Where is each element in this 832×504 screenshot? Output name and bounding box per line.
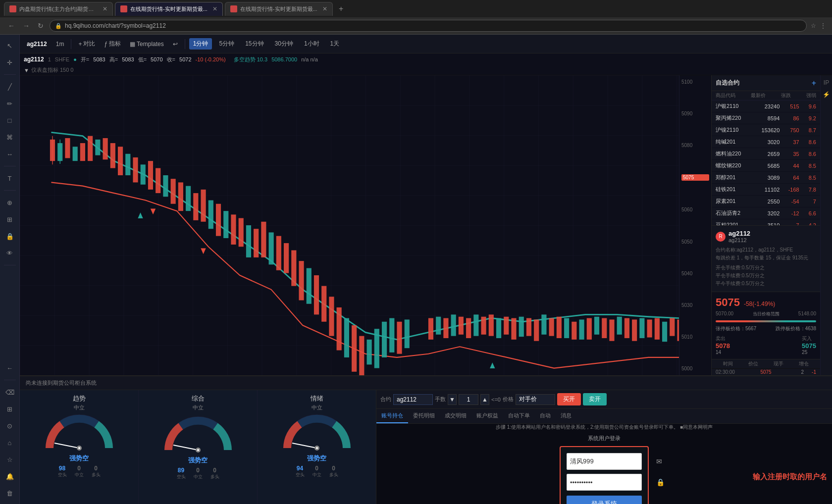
contract-header: R ag2112 ag2112 <box>716 230 816 243</box>
svg-rect-15 <box>133 157 138 183</box>
password-input[interactable] <box>570 479 653 486</box>
tab-2[interactable]: 在线期货行情-实时更新期货最... ✕ <box>115 2 223 16</box>
magnet-tool[interactable]: ⊕ <box>3 196 17 209</box>
tab-auto-order[interactable]: 自动下单 <box>503 409 535 423</box>
watchlist-item-3[interactable]: 纯碱201 3020 37 8.6 <box>712 136 820 148</box>
contract-icon: R <box>716 232 726 242</box>
side-icon-2[interactable]: ⚡ <box>823 91 830 98</box>
svg-rect-83 <box>662 322 667 342</box>
watchlist-item-1[interactable]: 聚丙烯220 8594 86 9.2 <box>712 112 820 124</box>
tab-messages[interactable]: 消息 <box>556 409 576 423</box>
username-input[interactable] <box>570 458 653 465</box>
forward-button[interactable]: → <box>21 21 32 31</box>
fib-tool[interactable]: ⌘ <box>3 130 17 144</box>
qty-up-button[interactable]: ▲ <box>480 394 489 405</box>
tab-account[interactable]: 账户权益 <box>471 409 503 423</box>
tf-5min[interactable]: 5分钟 <box>215 38 238 50</box>
bookmark-tool[interactable]: ☆ <box>3 453 17 466</box>
watchlist-item-0[interactable]: 沪银2110 23240 515 9.6 <box>712 101 820 112</box>
contract-input[interactable] <box>393 394 433 405</box>
rt-col-chg: 增仓 <box>791 360 816 367</box>
watchlist-item-7[interactable]: 硅铁201 11102 -168 7.8 <box>712 184 820 196</box>
gauge-comp-lbl-1: 中立 <box>194 474 203 480</box>
tab-orders[interactable]: 委托明细 <box>408 409 440 423</box>
low-value: 5070 <box>151 56 162 62</box>
menu-icon[interactable]: ⋮ <box>820 22 826 29</box>
gauge-comp-lbl-0: 空头 <box>177 474 186 480</box>
text-tool[interactable]: T <box>3 171 17 185</box>
tab-close-3[interactable]: ✕ <box>322 5 327 12</box>
home-tool[interactable]: ⌂ <box>3 436 17 450</box>
tab-auto[interactable]: 自动 <box>535 409 556 423</box>
tf-15min[interactable]: 15分钟 <box>241 38 267 50</box>
watchlist-item-2[interactable]: 沪镍2110 153620 750 8.7 <box>712 124 820 136</box>
qty-down-button[interactable]: ▼ <box>448 394 457 405</box>
open-value: 5083 <box>93 56 105 62</box>
tab-close-2[interactable]: ✕ <box>212 5 217 12</box>
arrow-back-tool[interactable]: ← <box>3 361 17 375</box>
trash-tool[interactable]: 🗑 <box>3 486 17 500</box>
measure-tool[interactable]: ↔ <box>3 147 17 161</box>
back-button[interactable]: ← <box>6 21 17 31</box>
refresh-button[interactable]: ↻ <box>36 21 46 31</box>
lock-drawings-tool[interactable]: 🔒 <box>3 229 17 243</box>
fee-3: 平今手续费:0.5/万分之 <box>716 280 816 288</box>
col-change: 张跌 <box>781 92 791 99</box>
undo-button[interactable]: ↩ <box>170 39 181 49</box>
bookmark-icon[interactable]: ☆ <box>811 22 816 29</box>
gauge-sentiment-label: 强势空 <box>307 454 326 463</box>
tab-close-1[interactable]: ✕ <box>103 5 107 12</box>
sell-open-button[interactable]: 卖开 <box>583 393 607 405</box>
svg-rect-39 <box>314 275 319 314</box>
tf-1day[interactable]: 1天 <box>326 38 344 50</box>
tab-trades[interactable]: 成交明细 <box>440 409 471 423</box>
tf-1hour[interactable]: 1小时 <box>300 38 323 50</box>
gauge-sentiment-stats: 94 空头 0 中立 0 多头 <box>296 465 338 478</box>
address-bar[interactable]: 🔒 hq.9qihuo.com/chart/?symbol=ag2112 <box>50 20 807 32</box>
indicator-toggle[interactable]: ▼ <box>24 67 29 73</box>
price-input[interactable] <box>516 394 555 405</box>
watchlist-item-8[interactable]: 尿素201 2550 -54 7 <box>712 196 820 207</box>
erase-tool[interactable]: ⌫ <box>3 385 17 399</box>
crosshair-tool[interactable]: ✛ <box>3 55 17 69</box>
svg-rect-30 <box>246 225 251 257</box>
svg-rect-14 <box>125 154 130 175</box>
indicators-button[interactable]: ƒ 指标 <box>101 38 124 50</box>
chart-canvas[interactable]: ▲ ▼ ▼ ▲ ▼ 5100 5090 5080 5075 5060 5050 … <box>20 75 711 375</box>
tab-1[interactable]: 内盘期货行情(主力合约)期货行情警... ✕ <box>4 2 113 16</box>
tf-30min[interactable]: 30分钟 <box>271 38 297 50</box>
watchlist-header: 自选合约 + <box>712 75 820 91</box>
svg-rect-73 <box>587 318 592 340</box>
browser-chrome: 内盘期货行情(主力合约)期货行情警... ✕ 在线期货行情-实时更新期货最...… <box>0 0 832 35</box>
compare-button[interactable]: + 对比 <box>75 38 98 50</box>
templates-button[interactable]: ▦ Templates <box>127 39 167 49</box>
watchlist-item-5[interactable]: 螺纹钢220 5685 44 8.5 <box>712 160 820 172</box>
trendline-tool[interactable]: ╱ <box>3 80 17 94</box>
watchlist-item-6[interactable]: 郑醇201 3089 64 8.5 <box>712 172 820 184</box>
login-submit-button[interactable]: 登录系统 <box>567 496 642 504</box>
tf-1min[interactable]: 1分钟 <box>189 38 212 50</box>
sell-arrow-1: ▼ <box>149 205 157 216</box>
watchlist-item-9[interactable]: 石油沥青2 3202 -12 6.6 <box>712 207 820 219</box>
shapes-tool[interactable]: □ <box>3 113 17 127</box>
star-tool[interactable]: ⊙ <box>3 419 17 433</box>
watchlist-item-4[interactable]: 燃料油220 2659 35 8.6 <box>712 148 820 160</box>
draw-tool[interactable]: ✏ <box>3 97 17 110</box>
gauge-composite-label: 强势空 <box>188 456 208 465</box>
watchlist-item-10[interactable]: 豆粕2201 3510 7 4.2 <box>712 219 820 225</box>
qty-input[interactable] <box>459 394 478 405</box>
tab-positions[interactable]: 账号持仓 <box>376 409 408 423</box>
svg-rect-17 <box>148 161 153 190</box>
watchlist-add-button[interactable]: + <box>812 79 816 88</box>
new-tab-button[interactable]: + <box>335 2 348 15</box>
price-level-5: 5060 <box>681 207 709 212</box>
side-icon-1[interactable]: IP <box>824 79 829 86</box>
buy-open-button[interactable]: 买开 <box>557 393 581 405</box>
alert-tool[interactable]: 🔔 <box>3 469 17 483</box>
right-side-icons: IP ⚡ <box>820 75 832 375</box>
cursor-tool[interactable]: ↖ <box>3 39 17 52</box>
tab-3[interactable]: 在线期货行情-实时更新期货最... ✕ <box>225 2 333 16</box>
grid-tool[interactable]: ⊞ <box>3 402 17 416</box>
sync-tool[interactable]: ⊞ <box>3 212 17 226</box>
visibility-tool[interactable]: 👁 <box>3 246 17 260</box>
